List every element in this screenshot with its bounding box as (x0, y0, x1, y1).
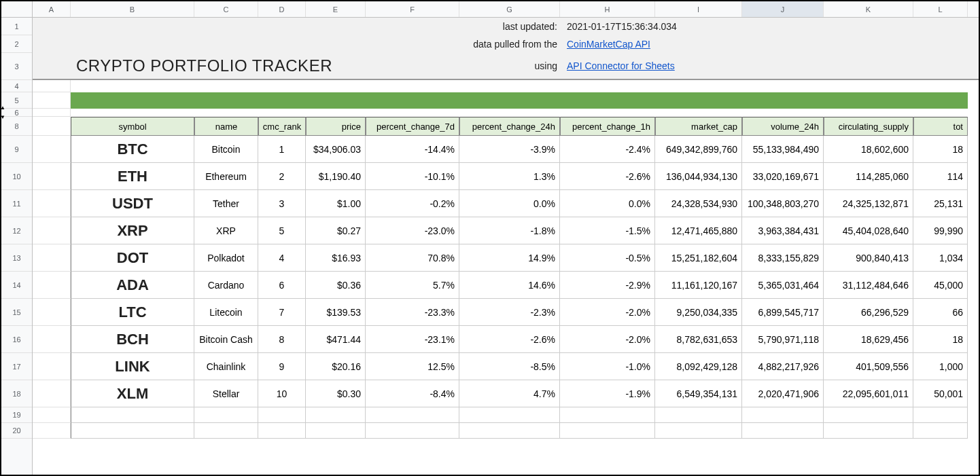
row-header-19[interactable]: 19 (1, 407, 32, 423)
cell-total[interactable]: 114 (913, 163, 968, 190)
cell-pc7d[interactable]: 70.8% (366, 244, 459, 272)
cell-A4[interactable] (33, 80, 71, 92)
cell-pc1h[interactable]: 0.0% (560, 190, 655, 217)
cell-rank[interactable]: 6 (258, 272, 306, 299)
cell-pc1h[interactable]: -2.0% (560, 326, 655, 353)
cell-A-data[interactable] (33, 299, 71, 326)
cell-symbol[interactable]: BTC (71, 136, 194, 163)
cell-pc1h[interactable]: -1.0% (560, 353, 655, 380)
th-price[interactable]: price (306, 117, 366, 136)
cell-circ[interactable]: 66,296,529 (824, 299, 913, 326)
cell-name[interactable]: XRP (194, 217, 258, 244)
cell-circ[interactable]: 401,509,556 (824, 353, 913, 380)
cell-B2[interactable] (71, 35, 366, 53)
cell-name[interactable]: Ethereum (194, 163, 258, 190)
cell-symbol[interactable]: ADA (71, 272, 194, 299)
cell-pc7d[interactable]: 5.7% (366, 272, 459, 299)
cell-pc1h[interactable]: -2.6% (560, 163, 655, 190)
cell-rank[interactable]: 2 (258, 163, 306, 190)
cell-source-label[interactable]: data pulled from the (366, 35, 560, 53)
row-header-18[interactable]: 18 (1, 380, 32, 407)
cell-pc24h[interactable]: 4.7% (459, 380, 560, 407)
cell-C20[interactable] (194, 423, 258, 439)
cell-K20[interactable] (824, 423, 913, 439)
cell-A5[interactable] (33, 92, 71, 109)
cell-blank-4[interactable] (71, 80, 968, 92)
row-header-13[interactable]: 13 (1, 244, 32, 272)
col-header-L[interactable]: L (913, 1, 968, 17)
cell-A2[interactable] (33, 35, 71, 53)
cell-A-data[interactable] (33, 326, 71, 353)
col-header-I[interactable]: I (655, 1, 742, 17)
cell-B20[interactable] (71, 423, 194, 439)
cell-price[interactable]: $0.27 (306, 217, 366, 244)
cell-circ[interactable]: 18,602,600 (824, 136, 913, 163)
cell-vol[interactable]: 4,882,217,926 (742, 353, 824, 380)
cell-mcap[interactable]: 24,328,534,930 (655, 190, 742, 217)
cell-pc24h[interactable]: 14.6% (459, 272, 560, 299)
row-header-9[interactable]: 9 (1, 136, 32, 163)
cell-mcap[interactable]: 6,549,354,131 (655, 380, 742, 407)
col-header-J[interactable]: J (742, 1, 824, 17)
cell-A-data[interactable] (33, 217, 71, 244)
row-header-3[interactable]: 3 (1, 53, 32, 80)
cell-A-data[interactable] (33, 353, 71, 380)
cell-pc7d[interactable]: -23.3% (366, 299, 459, 326)
cell-pc1h[interactable]: -0.5% (560, 244, 655, 272)
cell-vol[interactable]: 2,020,471,906 (742, 380, 824, 407)
cell-symbol[interactable]: BCH (71, 326, 194, 353)
cell-A8[interactable] (33, 117, 71, 136)
cell-A-data[interactable] (33, 244, 71, 272)
cell-last-updated-value[interactable]: 2021-01-17T15:36:34.034 (560, 18, 927, 35)
cell-pc7d[interactable]: -8.4% (366, 380, 459, 407)
cell-H19[interactable] (560, 407, 655, 423)
col-header-A[interactable]: A (33, 1, 71, 17)
cell-mcap[interactable]: 8,092,429,128 (655, 353, 742, 380)
cell-name[interactable]: Bitcoin Cash (194, 326, 258, 353)
cell-pc7d[interactable]: 12.5% (366, 353, 459, 380)
th-symbol[interactable]: symbol (71, 117, 194, 136)
cell-title[interactable]: CRYPTO PORTFOLIO TRACKER (71, 53, 366, 79)
cell-A1[interactable] (33, 18, 71, 35)
th-total[interactable]: tot (913, 117, 968, 136)
cell-E19[interactable] (306, 407, 366, 423)
cell-rank[interactable]: 3 (258, 190, 306, 217)
cell-pc24h[interactable]: 0.0% (459, 190, 560, 217)
col-header-B[interactable]: B (71, 1, 194, 17)
th-pc1h[interactable]: percent_change_1h (560, 117, 655, 136)
cell-mcap[interactable]: 15,251,182,604 (655, 244, 742, 272)
row-header-5[interactable]: 5 (1, 92, 32, 109)
cell-rank[interactable]: 5 (258, 217, 306, 244)
cell-vol[interactable]: 33,020,169,671 (742, 163, 824, 190)
green-divider-bar[interactable] (71, 92, 968, 109)
cell-pc1h[interactable]: -1.5% (560, 217, 655, 244)
cell-vol[interactable]: 5,365,031,464 (742, 272, 824, 299)
cell-price[interactable]: $1.00 (306, 190, 366, 217)
cell-rank[interactable]: 9 (258, 353, 306, 380)
cell-vol[interactable]: 6,899,545,717 (742, 299, 824, 326)
cell-price[interactable]: $0.30 (306, 380, 366, 407)
cell-circ[interactable]: 22,095,601,011 (824, 380, 913, 407)
row-header-14[interactable]: 14 (1, 272, 32, 299)
th-name[interactable]: name (194, 117, 258, 136)
cell-circ[interactable]: 900,840,413 (824, 244, 913, 272)
cell-name[interactable]: Litecoin (194, 299, 258, 326)
cell-circ[interactable]: 31,112,484,646 (824, 272, 913, 299)
row-header-11[interactable]: 11 (1, 190, 32, 217)
cell-last-updated-label[interactable]: last updated: (366, 18, 560, 35)
cell-mcap[interactable]: 8,782,631,653 (655, 326, 742, 353)
cell-J20[interactable] (742, 423, 824, 439)
cell-vol[interactable]: 55,133,984,490 (742, 136, 824, 163)
cell-mcap[interactable]: 136,044,934,130 (655, 163, 742, 190)
cell-pc24h[interactable]: 1.3% (459, 163, 560, 190)
cell-pc1h[interactable]: -2.9% (560, 272, 655, 299)
cell-pc7d[interactable]: -23.0% (366, 217, 459, 244)
th-mcap[interactable]: market_cap (655, 117, 742, 136)
cell-pc24h[interactable]: -3.9% (459, 136, 560, 163)
cell-total[interactable]: 1,034 (913, 244, 968, 272)
cell-symbol[interactable]: DOT (71, 244, 194, 272)
col-header-F[interactable]: F (366, 1, 459, 17)
col-header-E[interactable]: E (306, 1, 366, 17)
cell-D20[interactable] (258, 423, 306, 439)
cell-name[interactable]: Tether (194, 190, 258, 217)
